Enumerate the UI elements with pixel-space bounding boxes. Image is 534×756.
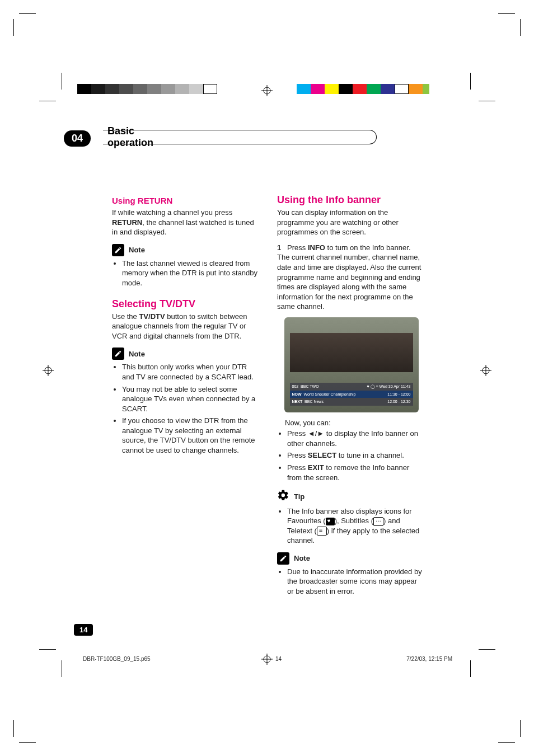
para-selecting: Use the TV/DTV button to switch between … [112,312,260,341]
page-root: 04 Basic operation Using RETURN If while… [0,0,534,756]
pencil-icon [112,244,124,256]
favourites-icon [326,518,335,525]
chapter-title: Basic operation [107,125,377,149]
pencil-icon [277,552,289,565]
chapter-title-bar: Basic operation [103,130,377,144]
footer-timestamp: 7/22/03, 12:15 PM [406,656,452,662]
tv-building-graphic [290,333,413,372]
color-calibration-bars [297,84,429,94]
tv-screenshot: 002 BBC TWO ♥ ◯ ≡ Wed 30 Apr 11:43 NOW W… [284,317,419,412]
corner-bracket [13,13,36,36]
corner-bracket [498,720,521,743]
now-you-can: Now, you can: [285,418,425,428]
content-columns: Using RETURN If while watching a channel… [112,193,425,600]
crop-mark [39,649,56,650]
gray-calibration-bars [77,84,217,94]
registration-mark-top [261,85,273,96]
footer: DBR-TF100GB_09_15.p65 14 7/22/03, 12:15 … [83,656,452,662]
step-number: 1 [277,243,281,252]
heading-info-banner: Using the Info banner [277,193,425,206]
tv-info-banner: 002 BBC TWO ♥ ◯ ≡ Wed 30 Apr 11:43 NOW W… [290,383,413,405]
note-block-2: Note [112,348,260,360]
left-column: Using RETURN If while watching a channel… [112,193,260,600]
note-label: Note [129,349,145,359]
para-return: If while watching a channel you press RE… [112,208,260,237]
bold-return: RETURN [112,218,142,227]
footer-filename: DBR-TF100GB_09_15.p65 [83,656,151,662]
list-item: The Info banner also displays icons for … [287,506,425,546]
heading-selecting-tvdtv: Selecting TV/DTV [112,297,260,311]
registration-mark-right [480,365,491,376]
tip-label: Tip [294,492,305,502]
note-block-1: Note [112,244,260,256]
list-item: Press EXIT to remove the Info banner fro… [287,463,425,482]
bold-info: INFO [308,243,325,252]
list-item: If you choose to view the DTR from the a… [122,416,260,455]
tv-banner-next: NEXT BBC News 12:00 - 12:30 [290,398,413,405]
tv-banner-now: NOW World Snooker Championship 11:30 - 1… [290,391,413,398]
note-2-list: This button only works when your DTR and… [112,362,260,455]
crop-mark [39,101,56,101]
para-info-intro: You can display information on the progr… [277,208,425,237]
list-item: This button only works when your DTR and… [122,362,260,382]
footer-page: 14 [275,656,282,662]
list-item: You may not be able to select some analo… [122,384,260,414]
registration-mark-left [43,365,54,376]
teletext-icon [317,527,327,536]
chapter-number: 04 [64,130,91,147]
gear-icon [277,489,289,504]
corner-bracket [498,13,521,36]
crop-mark [470,73,471,90]
chapter-header: 04 [64,130,95,147]
list-item: The last channel viewed is cleared from … [122,259,260,288]
tip-block: Tip [277,489,425,504]
corner-bracket [13,720,36,743]
actions-list: Press ◄/► to display the Info banner on … [277,429,425,482]
step-1-follow: The current channel number, channel name… [277,253,421,311]
right-column: Using the Info banner You can display in… [277,193,425,600]
list-item: Due to inaccurate information provided b… [287,567,425,597]
crop-mark [470,660,471,677]
heading-using-return: Using RETURN [112,195,260,206]
tv-banner-header: 002 BBC TWO ♥ ◯ ≡ Wed 30 Apr 11:43 [290,383,413,390]
list-item: Press ◄/► to display the Info banner on … [287,429,425,448]
subtitles-icon [373,517,383,526]
note-label: Note [294,553,310,564]
page-number-badge: 14 [74,624,93,636]
bold-tvdtv: TV/DTV [139,312,165,321]
note-1-list: The last channel viewed is cleared from … [112,259,260,288]
note-3-list: Due to inaccurate information provided b… [277,567,425,597]
crop-mark [479,649,495,650]
tip-list: The Info banner also displays icons for … [277,506,425,546]
crop-mark [479,101,495,101]
note-block-3: Note [277,552,425,565]
crop-mark [62,73,62,90]
note-label: Note [129,245,145,255]
list-item: Press SELECT to tune in a channel. [287,450,425,461]
crop-mark [62,660,62,677]
step-1: 1 Press INFO to turn on the Info banner.… [277,243,425,312]
pencil-icon [112,348,124,360]
